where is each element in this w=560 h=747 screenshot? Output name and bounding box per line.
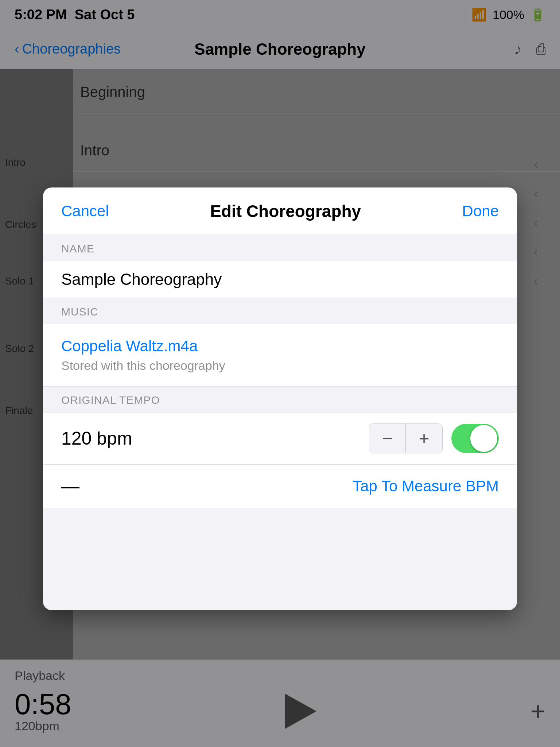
music-filename[interactable]: Coppelia Waltz.m4a [61, 337, 499, 355]
cancel-button[interactable]: Cancel [61, 202, 109, 220]
modal-header: Cancel Edit Choreography Done [43, 187, 517, 235]
decrement-button[interactable]: − [369, 424, 406, 453]
tempo-controls: − + [369, 423, 499, 453]
name-section-header: NAME [43, 235, 517, 261]
edit-choreography-modal: Cancel Edit Choreography Done NAME MUSIC… [43, 187, 517, 610]
done-button[interactable]: Done [462, 202, 499, 220]
modal-title: Edit Choreography [210, 201, 361, 221]
tempo-stepper: − + [369, 423, 443, 453]
music-section: Coppelia Waltz.m4a Stored with this chor… [43, 324, 517, 386]
music-section-header: MUSIC [43, 298, 517, 324]
toggle-knob [470, 425, 497, 452]
tempo-section-header: ORIGINAL TEMPO [43, 386, 517, 413]
name-section: NAME [43, 235, 517, 298]
music-label: MUSIC [61, 306, 98, 318]
measure-dash: — [61, 476, 79, 497]
name-input[interactable] [54, 261, 506, 298]
music-subtitle: Stored with this choreography [61, 359, 499, 373]
increment-button[interactable]: + [406, 424, 442, 453]
tempo-label: ORIGINAL TEMPO [61, 394, 160, 406]
tap-to-measure-button[interactable]: Tap To Measure BPM [353, 477, 499, 495]
name-input-container [43, 261, 517, 298]
tempo-row: 120 bpm − + [43, 413, 517, 465]
modal-bottom-area [43, 508, 517, 610]
tempo-toggle[interactable] [451, 424, 499, 453]
name-label: NAME [61, 243, 94, 255]
measure-bpm-row: — Tap To Measure BPM [43, 465, 517, 508]
tempo-value: 120 bpm [61, 428, 132, 449]
